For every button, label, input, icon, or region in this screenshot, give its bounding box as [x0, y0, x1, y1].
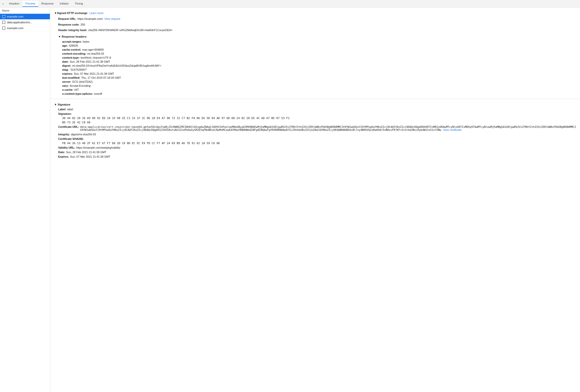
header-name: accept-ranges:: [62, 40, 82, 43]
response-code-value: 200: [80, 23, 85, 27]
header-row: last-modified:Thu, 17 Oct 2019 07:18:26 …: [58, 76, 576, 80]
header-row: server:ECS (dcb/7EA2): [58, 80, 576, 84]
file-icon-1: [2, 15, 6, 18]
header-value: 428635: [69, 44, 78, 47]
header-name: age:: [62, 44, 68, 47]
cert-url-row: Certificate URL: data:application/cert-c…: [54, 125, 576, 132]
view-request-link[interactable]: View request: [104, 17, 120, 21]
tab-initiator[interactable]: Initiator: [57, 1, 72, 7]
header-row: etag:"3147526947": [58, 68, 576, 72]
cert-url-value: data:application/cert-chain+cbor;base64,…: [80, 125, 576, 131]
validity-url-row: Validity URL: https://example.com/webpkg…: [54, 145, 576, 150]
header-integrity-row: Header integrity hash: sha256-/IWdYDKW66…: [54, 27, 576, 33]
sig-signature-row: Signature:: [54, 112, 576, 116]
response-headers-header[interactable]: ▼ Response headers:: [58, 33, 576, 40]
signature-section: ▼ Signature Label: label Signature: 30 4…: [50, 100, 580, 161]
header-name: etag:: [62, 68, 69, 71]
header-value: ECS (dcb/7EA2): [72, 80, 93, 83]
sidebar-label-3: example.com: [7, 27, 23, 30]
sig-label-label: Label:: [58, 108, 66, 111]
close-icon[interactable]: ×: [1, 2, 5, 6]
header-value: mi-sha256-03=kcwVP6aOwYmA/j9JbUU0GbuiZdn…: [72, 64, 161, 67]
cert-sha256-value: FB 44 26 13 48 2F A1 E7 67 F7 68 2D C0 8…: [54, 141, 576, 145]
section-title: Signed HTTP exchange: [57, 12, 87, 15]
header-name: cache-control:: [62, 48, 81, 51]
header-name: content-encoding:: [62, 52, 86, 55]
header-row: digest:mi-sha256-03=kcwVP6aOwYmA/j9JbUU0…: [58, 64, 576, 68]
sig-signature-label: Signature:: [58, 112, 72, 115]
view-certificate-link[interactable]: View certificate: [443, 128, 462, 131]
date-label: Date:: [58, 151, 65, 154]
header-value: text/html; charset=UTF-8: [81, 56, 111, 59]
header-name: date:: [62, 60, 69, 63]
sidebar: Name example.com data:application/ce... …: [0, 8, 50, 392]
cert-url-label: Certificate URL:: [58, 125, 79, 128]
tab-timing[interactable]: Timing: [72, 1, 86, 7]
header-rows: accept-ranges:bytesage:428635cache-contr…: [58, 40, 576, 96]
date-value: Sun, 28 Feb 2021 21:41:38 GMT: [66, 151, 107, 154]
header-name: x-content-type-options:: [62, 92, 93, 95]
request-url-row: Request URL: https://example.com/ View r…: [54, 16, 576, 22]
sidebar-label-2: data:application/ce...: [7, 21, 32, 24]
header-value: Sun, 28 Feb 2021 21:41:38 GMT: [70, 60, 110, 63]
header-row: date:Sun, 28 Feb 2021 21:41:38 GMT: [58, 60, 576, 64]
tab-bar: × Headers Preview Response Initiator Tim…: [0, 0, 580, 8]
cert-sha256-label: Certificate SHA256:: [58, 137, 84, 140]
response-headers-title: ▼ Response headers:: [58, 35, 87, 38]
tab-response[interactable]: Response: [38, 1, 57, 7]
header-row: x-content-type-options:nosniff: [58, 92, 576, 96]
header-name: vary:: [62, 84, 69, 87]
header-value: "3147526947": [70, 68, 87, 71]
header-row: content-type:text/html; charset=UTF-8: [58, 56, 576, 60]
header-row: vary:Accept-Encoding: [58, 84, 576, 88]
header-name: digest:: [62, 64, 71, 67]
sig-label-value: label: [67, 108, 73, 111]
sidebar-item-example-com-1[interactable]: example.com: [0, 14, 50, 20]
section-divider: [50, 99, 580, 99]
response-headers-section: ▼ Response headers: accept-ranges:bytesa…: [54, 33, 576, 96]
sidebar-item-example-com-2[interactable]: example.com: [0, 25, 50, 31]
sig-signature-line2: B9 73 2E 42 C0 A0: [54, 120, 576, 125]
validity-url-value: https://example.com/webpkg/validity: [76, 146, 120, 149]
signed-http-exchange-section: ▼ Signed HTTP exchange Learn more Reques…: [50, 8, 580, 98]
response-code-label: Response code:: [58, 23, 79, 27]
header-value: Accept-Encoding: [70, 84, 90, 87]
header-row: accept-ranges:bytes: [58, 40, 576, 44]
tab-headers[interactable]: Headers: [6, 1, 23, 7]
sidebar-item-data-application[interactable]: data:application/ce...: [0, 20, 50, 25]
header-value: bytes: [83, 40, 89, 43]
header-name: last-modified:: [62, 76, 80, 79]
header-value: max-age=604800: [82, 48, 104, 51]
validity-url-label: Validity URL:: [58, 146, 75, 149]
integrity-value: digest/mi-sha256-03: [71, 133, 96, 136]
signature-title: ▼ Signature: [54, 103, 70, 106]
file-icon-2: [2, 21, 6, 24]
signature-header[interactable]: ▼ Signature: [54, 102, 576, 107]
sidebar-header: Name: [0, 8, 50, 14]
header-row: cache-control:max-age=604800: [58, 48, 576, 52]
sidebar-label-1: example.com: [7, 15, 23, 18]
header-name: content-type:: [62, 56, 80, 59]
header-row: expires:Sun, 07 Mar 2021 21:41:38 GMT: [58, 72, 576, 76]
header-value: Thu, 17 Oct 2019 07:18:26 GMT: [81, 76, 121, 79]
sig-label-row: Label: label: [54, 107, 576, 112]
integrity-label: Integrity:: [58, 133, 70, 136]
cert-sha256-row: Certificate SHA256:: [54, 137, 576, 141]
header-value: Sun, 07 Mar 2021 21:41:38 GMT: [74, 72, 114, 75]
request-url-label: Request URL:: [58, 17, 76, 21]
expires-row: Expires: Sun, 07 Mar 2021 21:41:38 GMT: [54, 154, 576, 159]
date-row: Date: Sun, 28 Feb 2021 21:41:38 GMT: [54, 150, 576, 154]
header-row: age:428635: [58, 44, 576, 48]
header-value: HIT: [74, 88, 79, 91]
header-name: server:: [62, 80, 71, 83]
header-value: mi-sha256-03: [87, 52, 104, 55]
learn-more-link[interactable]: Learn more: [89, 12, 104, 15]
header-row: x-cache:HIT: [58, 88, 576, 92]
tab-preview[interactable]: Preview: [23, 1, 38, 7]
request-url-value: https://example.com/: [77, 17, 103, 21]
header-integrity-label: Header integrity hash:: [58, 28, 87, 32]
signed-http-exchange-header[interactable]: ▼ Signed HTTP exchange Learn more: [54, 10, 576, 16]
triangle-icon: ▼: [54, 12, 57, 15]
header-name: x-cache:: [62, 88, 73, 91]
main-layout: Name example.com data:application/ce... …: [0, 8, 580, 392]
